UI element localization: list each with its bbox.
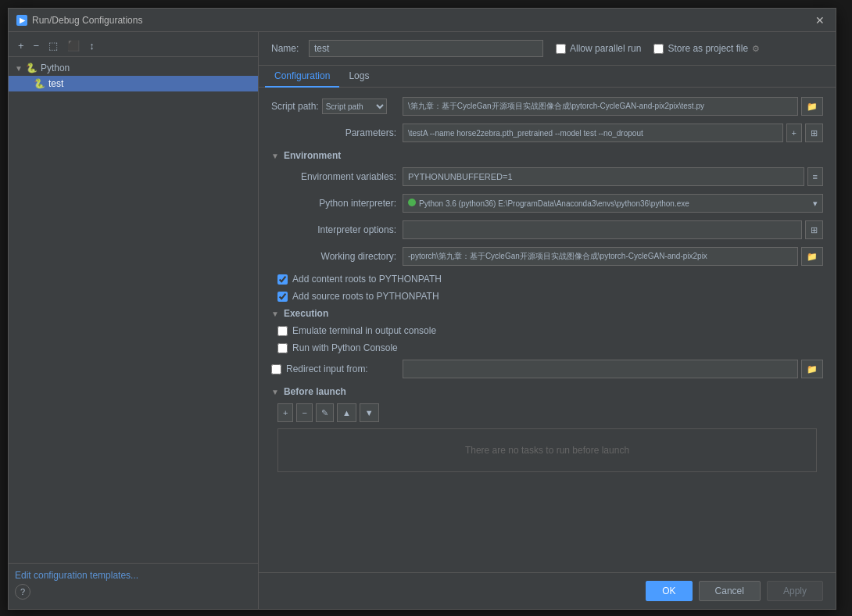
right-panel: Name: Allow parallel run Store as projec…	[259, 32, 836, 609]
redirect-input-checkbox[interactable]	[271, 364, 281, 374]
environment-label: Environment	[284, 150, 341, 161]
script-path-row: Script path: Script path Module name 📁	[271, 97, 823, 116]
env-variables-row: Environment variables: ≡	[271, 167, 823, 186]
tab-logs[interactable]: Logs	[339, 66, 378, 88]
working-directory-row: Working directory: 📁	[271, 247, 823, 266]
allow-parallel-text: Allow parallel run	[570, 43, 641, 54]
before-launch-label: Before launch	[284, 386, 346, 397]
parameters-expand-button[interactable]: +	[786, 124, 802, 142]
before-launch-empty: There are no tasks to run before launch	[277, 428, 817, 472]
python-group-header[interactable]: ▼ 🐍 Python	[9, 60, 258, 76]
parameters-input-wrap: + ⊞	[403, 124, 823, 142]
copy-config-button[interactable]: ⬚	[45, 38, 61, 53]
environment-section-header: ▼ Environment	[271, 150, 823, 161]
name-input[interactable]	[309, 40, 543, 57]
dialog-icon: ▶	[16, 15, 27, 26]
working-directory-folder-button[interactable]: 📁	[801, 247, 823, 266]
remove-config-button[interactable]: −	[30, 38, 43, 53]
name-label: Name:	[271, 43, 302, 54]
save-config-button[interactable]: ⬛	[64, 38, 83, 53]
interpreter-options-expand-button[interactable]: ⊞	[805, 220, 823, 239]
add-source-roots-text: Add source roots to PYTHONPATH	[292, 291, 439, 302]
allow-parallel-checkbox[interactable]	[556, 44, 566, 54]
environment-arrow[interactable]: ▼	[271, 152, 279, 160]
redirect-input-wrap: 📁	[403, 360, 823, 378]
execution-arrow[interactable]: ▼	[271, 310, 279, 318]
edit-templates-link[interactable]: Edit configuration templates...	[15, 570, 138, 581]
add-content-roots-text: Add content roots to PYTHONPATH	[292, 274, 442, 285]
add-content-roots-checkbox[interactable]	[277, 274, 288, 285]
before-launch-edit-button[interactable]: ✎	[316, 403, 334, 422]
before-launch-arrow[interactable]: ▼	[271, 388, 279, 396]
script-path-label: Script path: Script path Module name	[271, 98, 396, 114]
script-path-input-wrap: 📁	[403, 97, 823, 116]
allow-parallel-label[interactable]: Allow parallel run	[556, 43, 641, 54]
python-interpreter-row: Python interpreter: Python 3.6 (python36…	[271, 194, 823, 213]
execution-label: Execution	[284, 308, 328, 319]
emulate-terminal-row: Emulate terminal in output console	[271, 325, 823, 336]
config-content: Script path: Script path Module name 📁	[259, 88, 836, 572]
test-config-label: test	[48, 78, 63, 89]
python-group: ▼ 🐍 Python 🐍 test	[9, 60, 258, 91]
store-as-project-checkbox[interactable]	[653, 44, 664, 54]
emulate-terminal-text: Emulate terminal in output console	[292, 325, 436, 336]
left-panel: + − ⬚ ⬛ ↕ ▼ 🐍 Python 🐍	[9, 32, 259, 609]
before-launch-down-button[interactable]: ▼	[360, 403, 379, 422]
titlebar-left: ▶ Run/Debug Configurations	[16, 15, 142, 26]
interpreter-options-row: Interpreter options: ⊞	[271, 220, 823, 239]
redirect-input-folder-button[interactable]: 📁	[801, 360, 823, 378]
add-source-roots-checkbox[interactable]	[277, 292, 288, 302]
before-launch-remove-button[interactable]: −	[296, 403, 312, 422]
python-interpreter-select[interactable]: Python 3.6 (python36) E:\ProgramData\Ana…	[403, 194, 823, 213]
name-row: Name: Allow parallel run Store as projec…	[259, 32, 836, 66]
parameters-input[interactable]	[403, 124, 783, 142]
test-config-icon: 🐍	[34, 78, 45, 89]
interpreter-options-wrap: ⊞	[403, 220, 823, 239]
before-launch-toolbar: + − ✎ ▲ ▼	[271, 403, 823, 422]
add-config-button[interactable]: +	[15, 38, 27, 53]
apply-button[interactable]: Apply	[767, 581, 823, 601]
add-source-roots-row: Add source roots to PYTHONPATH	[271, 291, 823, 302]
dialog-footer: OK Cancel Apply	[259, 572, 836, 609]
run-python-console-text: Run with Python Console	[292, 342, 398, 353]
working-directory-wrap: 📁	[403, 247, 823, 266]
python-group-label: Python	[41, 63, 70, 73]
parameters-macro-button[interactable]: ⊞	[805, 124, 823, 142]
before-launch-section: ▼ Before launch + − ✎ ▲ ▼ There are no t…	[271, 386, 823, 472]
add-content-roots-row: Add content roots to PYTHONPATH	[271, 274, 823, 285]
working-directory-input[interactable]	[403, 247, 798, 266]
run-python-console-checkbox[interactable]	[277, 343, 288, 353]
before-launch-header: ▼ Before launch	[271, 386, 823, 397]
before-launch-add-button[interactable]: +	[277, 403, 293, 422]
interpreter-options-input[interactable]	[403, 220, 802, 239]
store-gear-icon: ⚙	[752, 44, 760, 54]
redirect-input-input[interactable]	[403, 360, 798, 378]
env-variables-label: Environment variables:	[271, 171, 396, 182]
script-path-folder-button[interactable]: 📁	[801, 97, 823, 116]
dialog-title: Run/Debug Configurations	[32, 15, 142, 26]
close-button[interactable]: ✕	[812, 13, 828, 27]
parameters-label: Parameters:	[271, 127, 396, 138]
left-toolbar: + − ⬚ ⬛ ↕	[9, 35, 258, 57]
script-path-input[interactable]	[403, 97, 798, 116]
store-as-project-text: Store as project file	[668, 43, 748, 54]
script-path-type-select[interactable]: Script path Module name	[322, 98, 387, 114]
sort-config-button[interactable]: ↕	[86, 38, 98, 53]
env-variables-input[interactable]	[403, 167, 804, 186]
cancel-button[interactable]: Cancel	[699, 581, 761, 601]
redirect-input-label: Redirect input from:	[286, 364, 368, 374]
parameters-row: Parameters: + ⊞	[271, 124, 823, 142]
python-group-icon: 🐍	[26, 63, 38, 73]
config-tree: ▼ 🐍 Python 🐍 test	[9, 57, 258, 563]
interpreter-dropdown-arrow: ▾	[813, 199, 818, 209]
test-config-item[interactable]: 🐍 test	[9, 76, 258, 91]
ok-button[interactable]: OK	[646, 581, 692, 601]
before-launch-up-button[interactable]: ▲	[337, 403, 356, 422]
emulate-terminal-checkbox[interactable]	[277, 326, 288, 336]
working-directory-label: Working directory:	[271, 251, 396, 262]
env-variables-edit-button[interactable]: ≡	[807, 167, 823, 186]
store-as-project-label[interactable]: Store as project file ⚙	[653, 43, 760, 54]
run-debug-dialog: ▶ Run/Debug Configurations ✕ + − ⬚ ⬛ ↕	[8, 8, 836, 610]
tab-configuration[interactable]: Configuration	[265, 66, 339, 88]
help-button[interactable]: ?	[15, 584, 30, 600]
